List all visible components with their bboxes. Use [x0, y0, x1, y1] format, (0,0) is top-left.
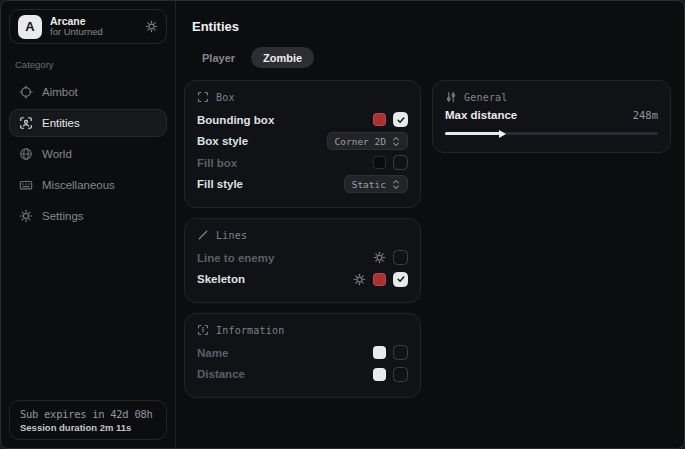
slider-thumb[interactable] [499, 130, 506, 138]
session-duration-text: Session duration 2m 11s [20, 422, 156, 433]
sub-expiry-text: Sub expires in 42d 08h [20, 408, 156, 420]
information-icon [197, 324, 209, 336]
card-title: Information [216, 325, 284, 336]
sidebar-item-entities[interactable]: Entities [9, 109, 167, 137]
crosshair-icon [19, 85, 33, 99]
card-title: General [464, 92, 508, 103]
checkbox-unchecked[interactable] [393, 250, 408, 265]
checkbox-checked[interactable] [393, 112, 408, 127]
setting-row-skeleton: Skeleton [197, 269, 408, 291]
chevrons-up-down-icon [392, 179, 400, 190]
sidebar-item-label: Aimbot [42, 86, 78, 98]
checkbox-unchecked[interactable] [393, 367, 408, 382]
corner-brackets-icon [197, 91, 209, 103]
chevrons-up-down-icon [392, 136, 400, 147]
setting-row-max-distance: Max distance 248m [445, 109, 658, 121]
card-title: Lines [216, 230, 247, 241]
scan-person-icon [19, 116, 33, 130]
setting-row-distance: Distance [197, 364, 408, 386]
sidebar-item-world[interactable]: World [9, 140, 167, 168]
setting-row-fill-style: Fill style Static [197, 174, 408, 196]
setting-row-line-to-enemy: Line to enemy [197, 247, 408, 269]
color-swatch[interactable] [373, 346, 386, 359]
sidebar-item-aimbot[interactable]: Aimbot [9, 78, 167, 106]
entity-tabs: Player Zombie [190, 47, 671, 68]
app-window: A Arcane for Unturned Category Aimbot [0, 0, 685, 449]
color-swatch[interactable] [373, 113, 386, 126]
color-swatch[interactable] [373, 368, 386, 381]
box-card: Box Bounding box Box style [184, 80, 421, 208]
sidebar-item-label: Settings [42, 210, 84, 222]
page-title: Entities [192, 19, 671, 34]
main-content: Entities Player Zombie Box Bounding box [176, 1, 684, 448]
sidebar-item-label: Entities [42, 117, 80, 129]
category-label: Category [15, 59, 167, 70]
checkbox-checked[interactable] [393, 272, 408, 287]
max-distance-value: 248m [633, 109, 658, 121]
setting-row-name: Name [197, 342, 408, 364]
information-card: Information Name Distance [184, 313, 421, 398]
app-logo: A [18, 15, 42, 39]
tab-zombie[interactable]: Zombie [251, 47, 314, 68]
brand-card: A Arcane for Unturned [9, 9, 167, 44]
box-style-dropdown[interactable]: Corner 2D [327, 132, 408, 150]
keyboard-icon [19, 178, 33, 192]
setting-row-bounding-box: Bounding box [197, 109, 408, 131]
lines-card: Lines Line to enemy Skeleton [184, 218, 421, 303]
config-gear-icon[interactable] [373, 251, 386, 264]
gear-icon [19, 209, 33, 223]
brand-subtitle: for Unturned [50, 27, 137, 38]
sidebar-item-settings[interactable]: Settings [9, 202, 167, 230]
card-title: Box [216, 92, 235, 103]
globe-icon [19, 147, 33, 161]
sliders-icon [445, 91, 457, 103]
subscription-info: Sub expires in 42d 08h Session duration … [9, 400, 167, 440]
sidebar-item-miscellaneous[interactable]: Miscellaneous [9, 171, 167, 199]
sidebar-item-label: Miscellaneous [42, 179, 115, 191]
tab-player[interactable]: Player [190, 47, 247, 68]
general-card: General Max distance 248m [432, 80, 671, 153]
color-swatch[interactable] [373, 273, 386, 286]
config-gear-icon[interactable] [353, 273, 366, 286]
sidebar: A Arcane for Unturned Category Aimbot [1, 1, 176, 448]
sidebar-nav: Aimbot Entities World Miscellaneous [9, 78, 167, 230]
color-swatch[interactable] [373, 156, 386, 169]
sidebar-item-label: World [42, 148, 72, 160]
setting-row-box-style: Box style Corner 2D [197, 131, 408, 153]
gear-icon[interactable] [145, 20, 158, 33]
fill-style-dropdown[interactable]: Static [344, 175, 408, 193]
checkbox-unchecked[interactable] [393, 345, 408, 360]
slider-fill [445, 132, 500, 135]
checkbox-unchecked[interactable] [393, 155, 408, 170]
setting-row-fill-box: Fill box [197, 152, 408, 174]
max-distance-slider[interactable] [445, 127, 658, 140]
line-icon [197, 229, 209, 241]
